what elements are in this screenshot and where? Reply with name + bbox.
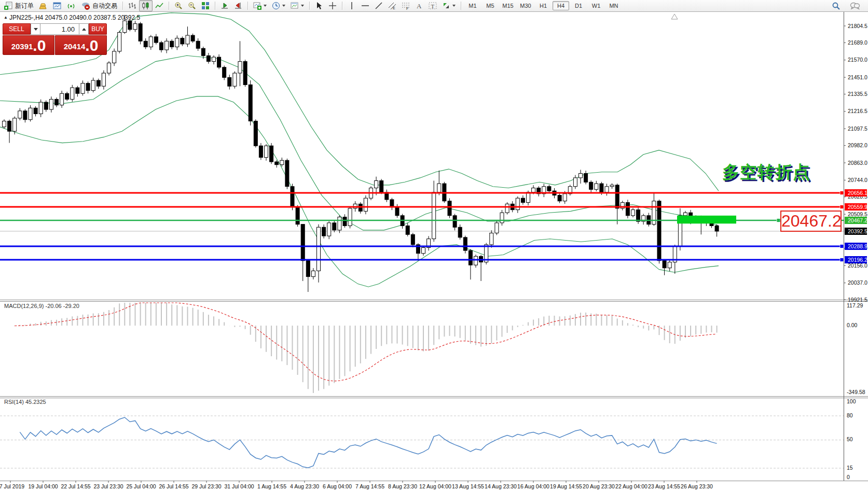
collapse-triangle-icon[interactable]: ▲	[4, 15, 8, 20]
svg-text:117.29: 117.29	[847, 302, 863, 308]
channel-icon: E	[388, 2, 396, 10]
svg-text:21097.5: 21097.5	[848, 125, 867, 132]
vertical-line-button[interactable]	[345, 0, 359, 11]
fibonacci-button[interactable]: F	[399, 0, 412, 11]
price-level-tag[interactable]: 20467.2	[780, 211, 842, 232]
svg-text:23 Aug 14:55: 23 Aug 14:55	[648, 483, 680, 489]
line-chart-icon	[155, 2, 163, 10]
candlestick-button[interactable]	[139, 0, 153, 11]
volume-decrease-button[interactable]	[31, 23, 40, 35]
trendline-button[interactable]	[372, 0, 385, 11]
chart-shift-button[interactable]	[231, 0, 245, 11]
svg-text:23 Jul 23:30: 23 Jul 23:30	[93, 483, 123, 489]
templates-icon	[291, 2, 299, 10]
timeframe-mn[interactable]: MN	[605, 1, 622, 10]
buy-price-button[interactable]: 20414.0	[55, 35, 107, 55]
timeframe-h1[interactable]: H1	[535, 1, 552, 10]
zoom-in-button[interactable]	[172, 0, 185, 11]
toolbar-group-0: 新订单自动交易	[0, 0, 121, 11]
timeframe-m5[interactable]: M5	[482, 1, 499, 10]
text-icon: A	[415, 2, 423, 10]
new-order-icon	[4, 2, 13, 10]
horizontal-line-button[interactable]	[359, 0, 372, 11]
one-click-trading-panel: SELL BUY 20391.0 20414.0	[3, 23, 107, 55]
svg-text:E: E	[393, 6, 395, 10]
cursor-button[interactable]	[312, 0, 326, 11]
svg-text:7 Aug 14:55: 7 Aug 14:55	[355, 483, 384, 489]
arrows-button[interactable]	[439, 0, 458, 11]
svg-text:14 Aug 23:30: 14 Aug 23:30	[485, 483, 517, 489]
crosshair-button[interactable]	[326, 0, 339, 11]
highlight-rectangle[interactable]	[677, 216, 736, 223]
chart-canvas[interactable]: 21804.521689.021570.021451.021335.521216…	[0, 0, 868, 491]
sell-price-pips: .0	[33, 38, 46, 53]
rsi-indicator-label: RSI(14) 45.2325	[4, 399, 46, 405]
auto-scroll-button[interactable]	[218, 0, 231, 11]
timeframe-m15[interactable]: M15	[500, 1, 516, 10]
channel-button[interactable]: E	[385, 0, 399, 11]
periods-button[interactable]	[269, 0, 288, 11]
auto-trading-button[interactable]: 自动交易	[78, 0, 120, 11]
svg-text:22 Jul 14:55: 22 Jul 14:55	[61, 483, 90, 489]
zoom-out-icon	[188, 2, 196, 10]
toolbar-separator	[309, 2, 310, 10]
volume-increase-button[interactable]	[79, 23, 89, 35]
sell-button[interactable]: SELL	[3, 23, 31, 35]
toolbar-separator	[247, 2, 248, 10]
chat-icon	[850, 2, 860, 10]
svg-text:A: A	[417, 2, 422, 10]
text-button[interactable]: A	[412, 0, 426, 11]
cursor-icon	[315, 2, 323, 10]
arrows-icon	[442, 2, 450, 10]
toolbar-right	[825, 0, 868, 11]
svg-text:50: 50	[847, 436, 853, 442]
svg-text:19 Jul 04:00: 19 Jul 04:00	[28, 483, 58, 489]
line-handle	[840, 258, 844, 262]
new-order-button[interactable]: 新订单	[2, 0, 36, 11]
buy-button[interactable]: BUY	[89, 23, 107, 35]
svg-text:20288.9: 20288.9	[848, 243, 867, 249]
zoom-out-button[interactable]	[185, 0, 199, 11]
candlestick-icon	[142, 2, 150, 10]
toolbar-separator	[461, 2, 461, 10]
sell-price-button[interactable]: 20391.0	[3, 35, 54, 55]
svg-text:20863.0: 20863.0	[848, 160, 867, 166]
templates-button[interactable]	[288, 0, 307, 11]
search-button[interactable]	[829, 0, 843, 11]
chart-window-button[interactable]	[50, 0, 64, 11]
timeframe-d1[interactable]: D1	[570, 1, 587, 10]
toolbar-separator	[122, 2, 123, 10]
chevron-down-icon	[301, 5, 304, 7]
timeframe-w1[interactable]: W1	[588, 1, 604, 10]
svg-text:20744.0: 20744.0	[848, 177, 867, 183]
chat-button[interactable]	[847, 0, 863, 11]
bar-chart-icon	[128, 2, 136, 10]
chart-title-text: JPN225-,H4 20475.0 20490.0 20387.5 20392…	[9, 14, 140, 21]
svg-text:-349.58: -349.58	[847, 389, 865, 395]
svg-text:80: 80	[847, 412, 853, 418]
svg-text:22 Aug 04:00: 22 Aug 04:00	[615, 483, 647, 489]
fibonacci-icon: F	[402, 2, 410, 10]
buy-price-main: 20414	[64, 41, 86, 52]
mt4-window: 21804.521689.021570.021451.021335.521216…	[0, 0, 868, 491]
signal-button[interactable]	[64, 0, 78, 11]
label-button[interactable]: T	[426, 0, 439, 11]
svg-text:20196.2: 20196.2	[848, 257, 867, 263]
line-chart-button[interactable]	[153, 0, 166, 11]
tile-windows-button[interactable]	[199, 0, 212, 11]
svg-text:8 Aug 23:30: 8 Aug 23:30	[388, 483, 417, 489]
volume-input[interactable]	[40, 23, 79, 35]
chart-background	[0, 0, 868, 491]
timeframe-m1[interactable]: M1	[464, 1, 481, 10]
timeframe-m30[interactable]: M30	[517, 1, 534, 10]
svg-text:17 Jul 2019: 17 Jul 2019	[0, 483, 24, 489]
svg-text:4 Aug 23:30: 4 Aug 23:30	[290, 483, 319, 489]
bar-chart-button[interactable]	[126, 0, 139, 11]
indicators-button[interactable]	[251, 0, 269, 11]
svg-text:20982.0: 20982.0	[848, 142, 867, 148]
timeframe-h4[interactable]: H4	[553, 1, 569, 10]
svg-text:20656.1: 20656.1	[848, 190, 867, 196]
market-watch-button[interactable]	[36, 0, 50, 11]
tile-windows-icon	[201, 2, 210, 10]
indicators-icon	[253, 2, 261, 10]
